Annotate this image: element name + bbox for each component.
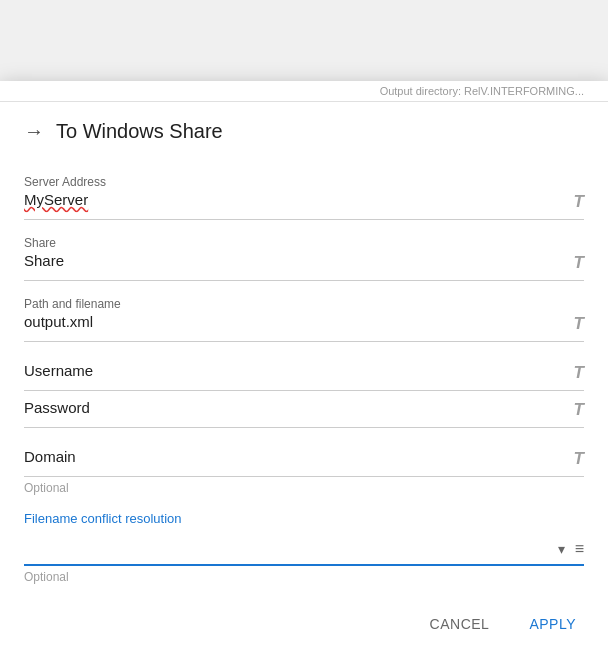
dialog-body: Server Address MyServer T Share Share T … <box>0 159 608 592</box>
chevron-down-icon[interactable]: ▾ <box>554 541 569 557</box>
username-row: Username T <box>24 362 584 391</box>
domain-row: Domain T <box>24 448 584 477</box>
conflict-optional-label: Optional <box>24 570 584 584</box>
username-group: Username T <box>24 362 584 391</box>
share-value[interactable]: Share <box>24 252 566 274</box>
apply-button[interactable]: APPLY <box>513 608 592 640</box>
password-row: Password T <box>24 399 584 428</box>
path-filename-group: Path and filename output.xml T <box>24 289 584 342</box>
password-group: Password T <box>24 399 584 428</box>
topbar-text: Output directory: RelV.INTERFORMING... <box>380 85 584 97</box>
conflict-dropdown-value[interactable] <box>24 538 554 560</box>
path-filename-row: output.xml T <box>24 313 584 342</box>
username-placeholder[interactable]: Username <box>24 362 566 384</box>
share-row: Share T <box>24 252 584 281</box>
share-text-icon[interactable]: T <box>566 253 584 273</box>
server-address-text-icon[interactable]: T <box>566 192 584 212</box>
server-address-group: Server Address MyServer T <box>24 167 584 220</box>
dialog-header: → To Windows Share <box>0 102 608 159</box>
dialog-to-windows-share: Output directory: RelV.INTERFORMING... →… <box>0 81 608 656</box>
cancel-button[interactable]: CANCEL <box>414 608 506 640</box>
domain-text-icon[interactable]: T <box>566 449 584 469</box>
path-filename-label: Path and filename <box>24 289 584 311</box>
dialog-title: To Windows Share <box>56 120 223 143</box>
password-text-icon[interactable]: T <box>566 400 584 420</box>
section-divider-2 <box>24 436 584 448</box>
domain-group: Domain T Optional <box>24 448 584 495</box>
path-filename-value[interactable]: output.xml <box>24 313 566 335</box>
section-divider-1 <box>24 350 584 362</box>
share-group: Share Share T <box>24 228 584 281</box>
list-icon[interactable]: ≡ <box>569 540 584 558</box>
dialog-footer: CANCEL APPLY <box>0 592 608 656</box>
conflict-dropdown-row: ▾ ≡ <box>24 538 584 566</box>
server-address-value[interactable]: MyServer <box>24 191 566 213</box>
password-placeholder[interactable]: Password <box>24 399 566 421</box>
domain-optional-label: Optional <box>24 481 584 495</box>
filename-conflict-link[interactable]: Filename conflict resolution <box>24 511 182 526</box>
top-bar: Output directory: RelV.INTERFORMING... <box>0 81 608 102</box>
arrow-icon: → <box>24 120 44 143</box>
share-label: Share <box>24 228 584 250</box>
path-filename-text-icon[interactable]: T <box>566 314 584 334</box>
username-text-icon[interactable]: T <box>566 363 584 383</box>
domain-placeholder[interactable]: Domain <box>24 448 566 470</box>
server-address-label: Server Address <box>24 167 584 189</box>
server-address-row: MyServer T <box>24 191 584 220</box>
